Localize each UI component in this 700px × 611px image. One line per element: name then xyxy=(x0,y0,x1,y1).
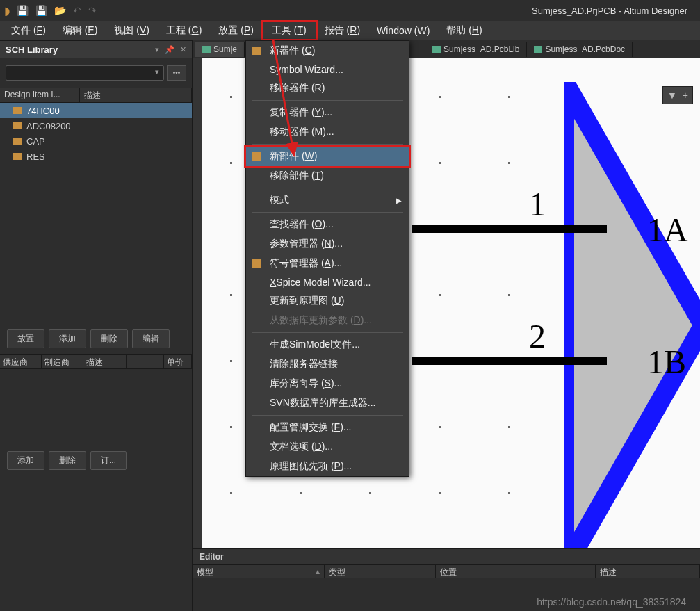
menu-remove-part[interactable]: 移除部件 (T) xyxy=(246,166,409,186)
menu-update-db: 从数据库更新参数 (D)... xyxy=(246,311,409,330)
close-icon[interactable]: ✕ xyxy=(180,45,186,54)
menu-svn-lib[interactable]: SVN数据库的库生成器... xyxy=(246,393,409,413)
component-icon xyxy=(13,107,22,114)
sch-library-panel: SCH Library ▾ 📌 ✕ ••• Design Item I... 描… xyxy=(0,40,193,611)
save-icon[interactable]: 💾 xyxy=(17,5,29,16)
save-all-icon[interactable]: 💾 xyxy=(35,5,47,16)
col-desc[interactable]: 描述 xyxy=(83,355,127,368)
menu-copy-component[interactable]: 复制器件 (Y)... xyxy=(246,103,409,122)
component-list-header: Design Item I... 描述 xyxy=(0,88,192,103)
panel-header: SCH Library ▾ 📌 ✕ xyxy=(0,40,192,58)
component-icon xyxy=(252,47,261,55)
col-design-item[interactable]: Design Item I... xyxy=(0,88,80,102)
menu-doc-options[interactable]: 文档选项 (D)... xyxy=(246,437,409,457)
list-item[interactable]: RES xyxy=(0,149,192,164)
pin-1-line xyxy=(412,225,607,233)
component-icon xyxy=(13,138,22,145)
list-item[interactable]: 74HC00 xyxy=(0,103,192,118)
col-type[interactable]: 类型 xyxy=(325,565,436,578)
menu-symbol-wizard[interactable]: Symbol Wizard... xyxy=(246,60,409,79)
col-description[interactable]: 描述 xyxy=(80,88,192,102)
col-manufacturer[interactable]: 制造商 xyxy=(42,355,83,368)
filter-combo[interactable] xyxy=(6,65,164,81)
menu-sch-prefs[interactable]: 原理图优先项 (P)... xyxy=(246,457,409,476)
tab-pcbdoc[interactable]: Sumjess_AD.PcbDoc xyxy=(527,42,633,57)
pin-1-number: 1 xyxy=(529,185,546,223)
pin-2-label: 1B xyxy=(647,343,686,381)
col-model[interactable]: 模型 ▴ xyxy=(193,565,325,578)
folder-icon xyxy=(252,259,261,268)
menu-clear-server[interactable]: 清除服务器链接 xyxy=(246,355,409,374)
gate-shape xyxy=(564,82,700,548)
window-title: Sumjess_AD.PrjPCB - Altium Designer xyxy=(532,6,694,16)
col-location[interactable]: 位置 xyxy=(436,565,596,578)
pin-2-number: 2 xyxy=(529,317,546,355)
add2-button[interactable]: 添加 xyxy=(7,451,44,470)
menu-pin-swap[interactable]: 配置管脚交换 (F)... xyxy=(246,418,409,437)
menu-find-component[interactable]: 查找器件 (O)... xyxy=(246,215,409,234)
pcblib-icon xyxy=(432,46,441,53)
order-button[interactable]: 订... xyxy=(90,451,127,470)
altium-logo-icon: ◗ xyxy=(4,4,10,17)
menu-file[interactable]: 文件 (F) xyxy=(3,22,54,40)
titlebar-toolbar: ◗ 💾 💾 📂 ↶ ↷ xyxy=(4,4,97,17)
menu-xspice[interactable]: XSpice Model Wizard... xyxy=(246,273,409,291)
menu-param-manager[interactable]: 参数管理器 (N)... xyxy=(246,234,409,254)
menu-mode[interactable]: 模式▶ xyxy=(246,190,409,210)
component-list: 74HC00 ADC08200 CAP RES xyxy=(0,103,192,164)
open-icon[interactable]: 📂 xyxy=(54,5,66,16)
panel-menu-icon[interactable]: ▾ xyxy=(155,45,159,54)
filter-button[interactable]: ••• xyxy=(167,65,186,81)
menu-new-component[interactable]: 新器件 (C) xyxy=(246,41,409,60)
delete2-button[interactable]: 删除 xyxy=(49,451,86,470)
schlib-icon xyxy=(202,46,211,53)
col-supplier[interactable]: 供应商 xyxy=(0,355,42,368)
menu-new-part[interactable]: 新部件 (W) xyxy=(246,147,409,166)
edit-button[interactable]: 编辑 xyxy=(132,329,170,348)
panel-title: SCH Library xyxy=(6,44,58,55)
menu-update-sch[interactable]: 更新到原理图 (U) xyxy=(246,291,409,311)
tab-schlib[interactable]: Sumje xyxy=(195,42,245,57)
menu-tools[interactable]: 工具 (T) xyxy=(262,22,316,40)
component-icon xyxy=(13,122,22,129)
menu-help[interactable]: 帮助 (H) xyxy=(438,22,490,40)
add-button[interactable]: 添加 xyxy=(49,329,86,348)
submenu-arrow-icon: ▶ xyxy=(396,197,402,204)
menu-edit[interactable]: 编辑 (E) xyxy=(54,22,106,40)
menu-lib-split[interactable]: 库分离向导 (S)... xyxy=(246,374,409,393)
pcbdoc-icon xyxy=(534,46,542,53)
part-icon xyxy=(252,152,261,161)
col-price[interactable]: 单价 xyxy=(164,355,192,368)
menu-project[interactable]: 工程 (C) xyxy=(158,22,210,40)
menu-view[interactable]: 视图 (V) xyxy=(106,22,158,40)
pin-icon[interactable]: 📌 xyxy=(165,45,174,54)
col-blank[interactable] xyxy=(127,355,164,368)
list-item[interactable]: CAP xyxy=(0,133,192,149)
supplier-grid-header: 供应商 制造商 描述 单价 xyxy=(0,354,192,369)
list-item[interactable]: ADC08200 xyxy=(0,118,192,133)
undo-icon[interactable]: ↶ xyxy=(73,5,81,16)
titlebar: ◗ 💾 💾 📂 ↶ ↷ Sumjess_AD.PrjPCB - Altium D… xyxy=(0,0,700,21)
col-desc[interactable]: 描述 xyxy=(596,565,700,578)
delete-button[interactable]: 删除 xyxy=(90,329,128,348)
menu-gen-simmodel[interactable]: 生成SimModel文件... xyxy=(246,335,409,355)
tab-pcblib[interactable]: Sumjess_AD.PcbLib xyxy=(425,42,527,57)
component-icon xyxy=(13,153,22,160)
place-button[interactable]: 放置 xyxy=(7,329,44,348)
svg-marker-0 xyxy=(564,82,700,548)
menu-symbol-manager[interactable]: 符号管理器 (A)... xyxy=(246,254,409,273)
watermark: https://blog.csdn.net/qq_38351824 xyxy=(537,596,686,608)
editor-title: Editor xyxy=(193,549,700,564)
pin-1-label: 1A xyxy=(647,211,688,249)
menu-place[interactable]: 放置 (P) xyxy=(210,22,262,40)
tools-dropdown: 新器件 (C) Symbol Wizard... 移除器件 (R) 复制器件 (… xyxy=(245,40,409,477)
menubar: 文件 (F) 编辑 (E) 视图 (V) 工程 (C) 放置 (P) 工具 (T… xyxy=(0,21,700,40)
menu-window[interactable]: Window (W) xyxy=(368,22,438,39)
menu-report[interactable]: 报告 (R) xyxy=(316,22,368,40)
menu-move-component[interactable]: 移动器件 (M)... xyxy=(246,122,409,142)
pin-2-line xyxy=(412,357,607,365)
menu-remove-component[interactable]: 移除器件 (R) xyxy=(246,79,409,98)
redo-icon[interactable]: ↷ xyxy=(88,5,97,16)
